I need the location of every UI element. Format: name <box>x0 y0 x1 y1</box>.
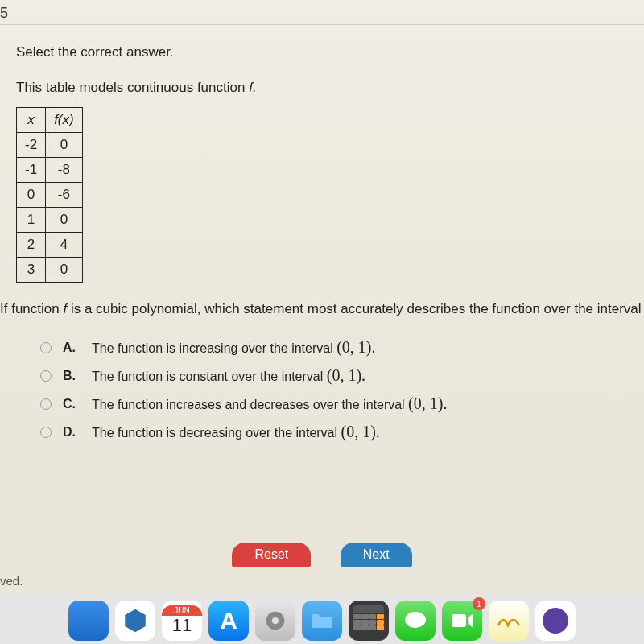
cell: -8 <box>46 158 83 183</box>
svg-point-6 <box>543 608 568 634</box>
opt-text-span: The function increases and decreases ove… <box>92 398 408 411</box>
opt-interval: (0, 1). <box>408 394 447 412</box>
folder-icon[interactable] <box>302 601 342 641</box>
radio-icon[interactable] <box>40 427 52 438</box>
page-number: 5 <box>0 5 8 22</box>
opt-text-span: The function is constant over the interv… <box>92 369 327 383</box>
table-row: 0-6 <box>17 183 83 208</box>
hexagon-icon <box>122 607 149 634</box>
svg-point-3 <box>405 612 426 628</box>
cell: -1 <box>17 158 46 183</box>
reset-button[interactable]: Reset <box>232 543 311 567</box>
cell: 0 <box>46 133 83 158</box>
appstore-icon[interactable]: A <box>208 601 249 641</box>
notification-badge: 1 <box>473 597 485 610</box>
dock-partial-icon[interactable] <box>68 601 109 641</box>
option-text: The function is constant over the interv… <box>92 366 365 385</box>
desc-prefix: This table models continuous function <box>16 80 249 95</box>
next-button[interactable]: Next <box>341 543 412 567</box>
opt-text-span: The function is decreasing over the inte… <box>92 426 341 440</box>
table-row: 30 <box>17 258 83 283</box>
cell: 2 <box>17 233 46 258</box>
question-text: If function f is a cubic polynomial, whi… <box>0 299 636 317</box>
q-fn: f <box>63 301 70 316</box>
radio-icon[interactable] <box>40 370 52 382</box>
table-header-x: x <box>17 108 46 133</box>
option-text: The function is increasing over the inte… <box>92 338 375 357</box>
calculator-grid <box>353 605 384 636</box>
cell: 3 <box>17 258 46 283</box>
cell: 1 <box>17 208 46 233</box>
options-group: A. The function is increasing over the i… <box>40 338 636 441</box>
button-row: Reset Next <box>0 543 644 567</box>
desc-fn-italic: f. <box>249 80 256 95</box>
option-letter: D. <box>63 425 79 440</box>
opt-interval: (0, 1). <box>341 423 380 440</box>
cell: 0 <box>17 183 46 208</box>
option-text: The function is decreasing over the inte… <box>92 423 380 441</box>
opt-text-span: The function is increasing over the inte… <box>92 341 336 355</box>
option-d[interactable]: D. The function is decreasing over the i… <box>40 423 636 441</box>
opt-interval: (0, 1). <box>327 366 365 384</box>
option-a[interactable]: A. The function is increasing over the i… <box>40 338 636 357</box>
table-row: -20 <box>17 133 83 158</box>
option-c[interactable]: C. The function increases and decreases … <box>40 394 636 413</box>
cell: 0 <box>46 208 83 233</box>
calendar-day: 11 <box>172 616 192 635</box>
dock: JUN 11 A 1 <box>0 594 644 644</box>
calendar-icon[interactable]: JUN 11 <box>162 601 202 641</box>
option-text: The function increases and decreases ove… <box>92 394 447 413</box>
cell: 4 <box>46 233 83 258</box>
firefox-icon[interactable] <box>535 601 576 641</box>
function-table: x f(x) -20 -1-8 0-6 10 24 30 <box>16 107 83 283</box>
cell: -6 <box>46 183 83 208</box>
table-row: 24 <box>17 233 83 258</box>
facetime-icon[interactable]: 1 <box>442 601 482 641</box>
instruction-text: Select the correct answer. <box>16 44 636 60</box>
cell: 0 <box>46 258 83 283</box>
content-area: Select the correct answer. This table mo… <box>16 44 636 451</box>
svg-marker-5 <box>468 614 473 627</box>
table-row: -1-8 <box>17 158 83 183</box>
notes-glyph <box>497 613 521 629</box>
q-prefix: If function <box>0 301 63 316</box>
divider <box>0 24 644 25</box>
radio-icon[interactable] <box>40 398 52 410</box>
footer-text: ved. <box>0 574 23 588</box>
notes-icon[interactable] <box>489 601 529 641</box>
svg-point-2 <box>272 617 279 625</box>
video-icon <box>450 613 474 629</box>
speech-bubble-icon <box>403 610 427 631</box>
firefox-glyph <box>539 605 572 637</box>
option-b[interactable]: B. The function is constant over the int… <box>40 366 636 385</box>
settings-icon[interactable] <box>255 601 295 641</box>
gear-icon <box>262 607 289 634</box>
cell: -2 <box>17 133 46 158</box>
dock-generic-icon[interactable] <box>115 601 155 641</box>
svg-rect-4 <box>452 614 466 627</box>
option-letter: A. <box>63 341 79 355</box>
folder-glyph <box>310 611 334 630</box>
q-mid: is a cubic polynomial, which statement m… <box>71 301 644 316</box>
table-row: 10 <box>17 208 83 233</box>
description-text: This table models continuous function f. <box>16 80 636 96</box>
option-letter: C. <box>63 397 79 411</box>
table-header-fx: f(x) <box>46 108 83 133</box>
radio-icon[interactable] <box>40 342 52 353</box>
opt-interval: (0, 1). <box>336 338 375 356</box>
messages-icon[interactable] <box>395 601 436 641</box>
calculator-icon[interactable] <box>349 601 389 641</box>
appstore-glyph: A <box>220 607 237 634</box>
svg-marker-0 <box>125 609 146 632</box>
option-letter: B. <box>63 369 79 383</box>
table-header-row: x f(x) <box>17 108 83 133</box>
